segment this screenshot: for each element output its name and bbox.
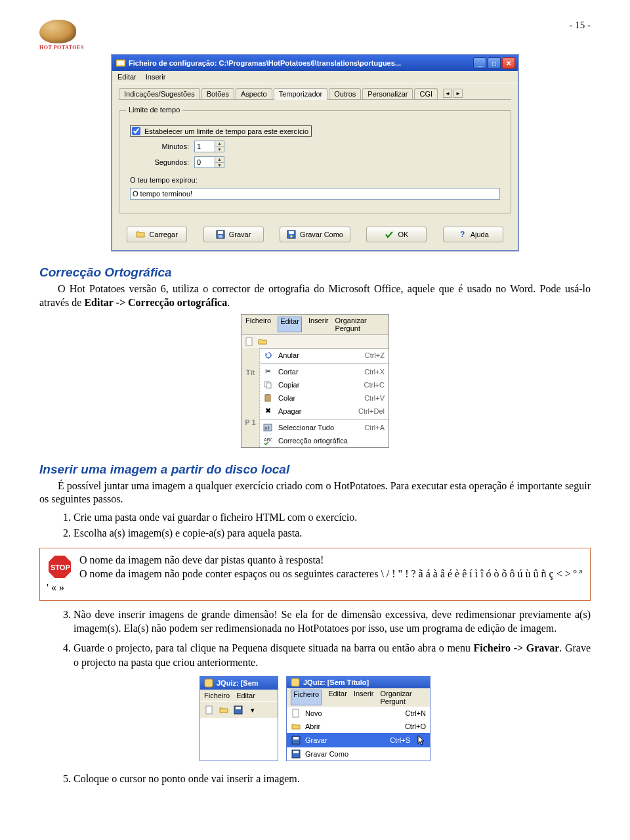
load-button[interactable]: Carregar [127, 227, 187, 242]
jquiz-app-icon [291, 678, 300, 687]
menu-ficheiro[interactable]: Ficheiro [291, 690, 322, 705]
tab-outros[interactable]: Outros [329, 88, 361, 99]
menu-inserir[interactable]: Inserir [308, 317, 329, 332]
help-button[interactable]: ? Ajuda [443, 227, 503, 242]
menu-inserir[interactable]: Inserir [354, 690, 374, 705]
tab-strip: Indicações/Sugestões Botões Aspecto Temp… [119, 87, 511, 100]
menu-editar[interactable]: Editar [328, 690, 347, 705]
floppy-disk-arrow-icon [291, 749, 301, 759]
tab-aspecto[interactable]: Aspecto [236, 88, 272, 99]
logo-label: HOT POTATOES [39, 45, 84, 51]
jquiz-title: JQuiz: [Sem [217, 679, 259, 687]
establish-time-limit-option[interactable]: Estabelecer um limite de tempo para este… [130, 125, 312, 137]
spinner-down-icon[interactable]: ▼ [215, 163, 224, 168]
scissors-icon: ✂ [262, 366, 273, 377]
open-folder-icon[interactable] [219, 705, 229, 715]
jquiz2-title: JQuiz: [Sem Título] [303, 678, 369, 686]
svg-rect-11 [265, 395, 270, 401]
tab-cgi[interactable]: CGI [414, 88, 438, 99]
svg-rect-12 [266, 394, 269, 395]
file-menu-gravar[interactable]: Gravar Ctrl+S [287, 733, 430, 747]
open-folder-icon[interactable] [257, 336, 268, 347]
menu-editar[interactable]: Editar [278, 317, 302, 332]
section1-bold: Editar -> Correcção ortográfica [84, 297, 227, 308]
window-minimize-button[interactable]: _ [473, 57, 486, 69]
svg-text:STOP: STOP [51, 564, 70, 571]
new-icon[interactable] [244, 336, 255, 347]
editar-toolbar [242, 334, 388, 348]
svg-rect-27 [293, 751, 299, 753]
minutes-input[interactable] [194, 141, 215, 152]
floppy-disk-icon[interactable] [233, 705, 243, 715]
menu-item-select-all[interactable]: all Seleccionar Tudo Ctrl+A [260, 421, 388, 434]
seconds-input[interactable] [194, 156, 215, 168]
page-number: - 15 - [570, 20, 591, 31]
file-menu-gravar-como[interactable]: Gravar Como [287, 747, 430, 761]
window-menubar: Editar Inserir [112, 71, 518, 83]
section1-paragraph: O Hot Potatoes versão 6, utiliza o corre… [39, 282, 591, 310]
expired-text-input[interactable] [130, 188, 500, 200]
menu-editar[interactable]: Editar [236, 692, 255, 699]
minutes-label: Minutos: [130, 143, 189, 150]
spinner-up-icon[interactable]: ▲ [215, 157, 224, 163]
ok-button[interactable]: OK [366, 227, 427, 242]
step-5: Coloque o cursor no ponto onde vai inser… [74, 772, 591, 786]
step-4: Guarde o projecto, para tal clique na Pe… [74, 641, 591, 669]
svg-text:ABC: ABC [264, 437, 272, 442]
menu-item-copiar[interactable]: Copiar Ctrl+C [260, 378, 388, 391]
time-limit-group: Limite de tempo Estabelecer um limite de… [119, 110, 511, 213]
delete-icon: ✖ [262, 406, 273, 416]
save-as-button[interactable]: Gravar Como [280, 227, 350, 242]
menu-item-colar[interactable]: Colar Ctrl+V [260, 391, 388, 405]
svg-rect-25 [293, 737, 299, 740]
save-button[interactable]: Gravar [203, 227, 264, 242]
new-icon[interactable] [204, 705, 215, 715]
menu-item-spellcheck[interactable]: ABC Correcção ortográfica [260, 434, 388, 447]
title-tag: Tít [246, 368, 255, 376]
tabs-scroll-left-button[interactable]: ◄ [443, 89, 452, 98]
jquiz-file-menu-snippet: JQuiz: [Sem Título] Ficheiro Editar Inse… [286, 676, 430, 761]
file-menu-abrir[interactable]: Abrir Ctrl+O [287, 720, 430, 733]
menu-organizar[interactable]: Organizar Pergunt [380, 690, 426, 705]
tab-botoes[interactable]: Botões [201, 88, 234, 99]
tab-personalizar[interactable]: Personalizar [362, 88, 413, 99]
undo-icon [262, 350, 273, 361]
menu-item-anular[interactable]: Anular Ctrl+Z [260, 349, 388, 362]
window-close-button[interactable]: ✕ [502, 57, 515, 69]
floppy-disk-icon [291, 735, 301, 745]
menu-ficheiro[interactable]: Ficheiro [245, 317, 271, 332]
new-icon [291, 708, 301, 718]
window-maximize-button[interactable]: □ [488, 57, 501, 69]
undo-icon[interactable]: ▾ [247, 705, 258, 715]
establish-time-limit-checkbox[interactable] [132, 127, 140, 135]
menu-item-apagar[interactable]: ✖ Apagar Ctrl+Del [260, 405, 388, 418]
tabs-scroll-right-button[interactable]: ► [453, 89, 463, 98]
open-folder-icon [291, 721, 301, 732]
spinner-down-icon[interactable]: ▼ [215, 147, 224, 152]
menu-item-cortar[interactable]: ✂ Cortar Ctrl+X [260, 365, 388, 378]
menu-organizar[interactable]: Organizar Pergunt [335, 317, 385, 332]
check-icon [385, 230, 394, 239]
group-legend: Limite de tempo [126, 106, 182, 114]
seconds-label: Segundos: [130, 158, 189, 166]
copy-icon [262, 380, 273, 390]
section-insert-image-heading: Inserir uma imagem a partir do disco loc… [39, 462, 591, 477]
step-2: Escolha a(s) imagem(s) e copie-a(s) para… [74, 526, 591, 541]
seconds-spinner[interactable]: ▲ ▼ [215, 156, 224, 168]
menu-editar[interactable]: Editar [117, 73, 136, 81]
paste-icon [262, 393, 273, 403]
file-menu-novo[interactable]: Novo Ctrl+N [287, 707, 430, 720]
menu-ficheiro[interactable]: Ficheiro [204, 692, 230, 699]
spinner-up-icon[interactable]: ▲ [215, 141, 224, 147]
menu-inserir[interactable]: Inserir [146, 73, 166, 81]
minutes-spinner[interactable]: ▲ ▼ [215, 141, 224, 152]
stop-sign-icon: STOP [47, 554, 73, 580]
svg-rect-8 [246, 338, 252, 345]
stop-line1: O nome da imagem não deve dar pistas qua… [47, 554, 583, 567]
open-folder-icon [136, 230, 145, 239]
question-mark-icon: ? [457, 230, 467, 239]
tab-temporizador[interactable]: Temporizador [274, 88, 328, 100]
floppy-disk-icon [216, 230, 225, 239]
svg-rect-10 [266, 383, 271, 388]
tab-indicacoes[interactable]: Indicações/Sugestões [119, 88, 200, 99]
